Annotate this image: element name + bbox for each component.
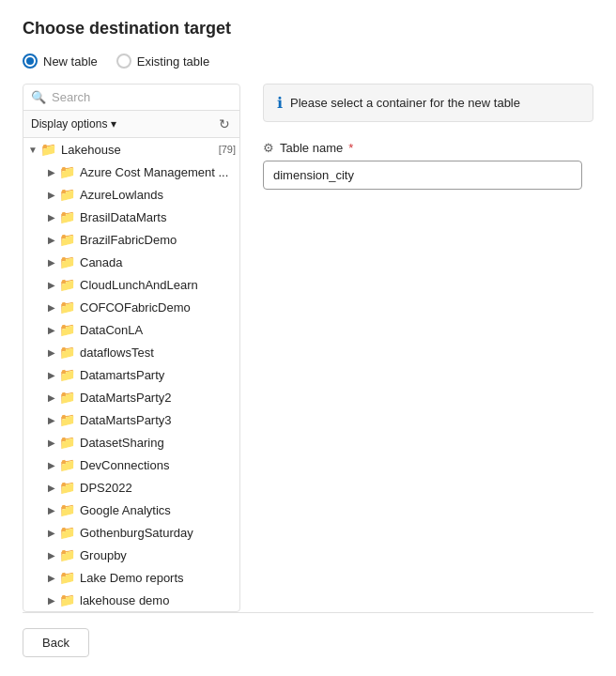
search-box: 🔍: [23, 84, 239, 111]
folder-icon: 📁: [59, 277, 75, 292]
tree-item[interactable]: ▶ 📁 lakehouse demo: [38, 589, 239, 611]
existing-table-radio-label[interactable]: Existing table: [116, 54, 209, 69]
chevron-right-icon: ▶: [46, 437, 57, 448]
chevron-right-icon: ▶: [46, 189, 57, 200]
tree-item[interactable]: ▶ 📁 DataConLA: [38, 318, 239, 341]
tree-item[interactable]: ▶ 📁 CloudLunchAndLearn: [38, 273, 239, 296]
tree-item-label: AzureLowlands: [80, 188, 236, 202]
new-table-radio[interactable]: [23, 54, 38, 69]
chevron-right-icon: ▶: [46, 211, 57, 223]
chevron-right-icon: ▶: [46, 459, 57, 470]
display-options-button[interactable]: Display options ▾: [31, 117, 116, 131]
tree-item-label: Groupby: [80, 548, 236, 562]
folder-icon: 📁: [59, 525, 75, 540]
tree-item[interactable]: ▶ 📁 DPS2022: [38, 476, 239, 499]
tree-item[interactable]: ▶ 📁 DevConnections: [38, 453, 239, 476]
table-name-input[interactable]: [263, 161, 582, 190]
tree-children: ▶ 📁 Azure Cost Management ... ▶ 📁 AzureL…: [23, 161, 239, 611]
chevron-right-icon: ▶: [46, 572, 57, 583]
tree-root-badge: [79]: [219, 144, 236, 155]
existing-table-label: Existing table: [137, 54, 209, 69]
tree-item-label: BrazilFabricDemo: [80, 233, 236, 247]
tree-item-label: DPS2022: [80, 481, 236, 495]
tree-item[interactable]: ▶ 📁 Canada: [38, 251, 239, 273]
chevron-right-icon: ▶: [46, 346, 57, 358]
chevron-right-icon: ▶: [46, 482, 57, 493]
tree-item-label: GothenburgSaturday: [80, 526, 236, 540]
tree-item-label: DataMartsParty2: [80, 391, 236, 405]
tree-item[interactable]: ▶ 📁 DatamartsParty: [38, 363, 239, 386]
folder-icon: 📁: [59, 412, 75, 427]
tree-root-item[interactable]: ▼ 📁 Lakehouse [79]: [23, 138, 239, 161]
existing-table-radio[interactable]: [116, 54, 131, 69]
table-name-label-row: ⚙ Table name *: [263, 141, 593, 155]
tree-item[interactable]: ▶ 📁 AzureLowlands: [38, 183, 239, 206]
chevron-right-icon: ▶: [46, 301, 57, 313]
chevron-right-icon: ▶: [46, 324, 57, 335]
chevron-right-icon: ▶: [46, 256, 57, 268]
tree-item[interactable]: ▶ 📁 dataflowsTest: [38, 341, 239, 363]
new-table-radio-label[interactable]: New table: [23, 54, 98, 69]
tree-item-label: Azure Cost Management ...: [80, 165, 236, 179]
tree-item[interactable]: ▶ 📁 Lake Demo reports: [38, 566, 239, 589]
tree-item[interactable]: ▶ 📁 DataMartsParty3: [38, 408, 239, 431]
folder-icon: 📁: [59, 390, 75, 405]
tree-item[interactable]: ▶ 📁 BrazilFabricDemo: [38, 228, 239, 251]
folder-icon: 📁: [59, 345, 75, 360]
main-content: 🔍 Display options ▾ ↻ ▼ 📁 Lakehouse [79]: [23, 84, 593, 612]
search-icon: 🔍: [31, 90, 46, 104]
new-table-label: New table: [43, 54, 98, 69]
tree-container[interactable]: ▼ 📁 Lakehouse [79] ▶ 📁 Azure Cost Manage…: [23, 138, 239, 611]
tree-item-label: CloudLunchAndLearn: [80, 278, 236, 292]
tree-item-label: DataMartsParty3: [80, 413, 236, 427]
folder-icon: 📁: [59, 209, 75, 224]
tree-item[interactable]: ▶ 📁 Azure Cost Management ...: [38, 161, 239, 183]
tree-item-label: DevConnections: [80, 458, 236, 472]
chevron-down-icon: ▾: [111, 117, 116, 131]
table-name-label: Table name: [280, 141, 343, 155]
tree-item[interactable]: ▶ 📁 Groupby: [38, 544, 239, 566]
folder-icon: 📁: [59, 187, 75, 202]
tree-item-label: Lake Demo reports: [80, 571, 236, 585]
required-indicator: *: [348, 141, 353, 155]
dialog-title: Choose destination target: [23, 19, 593, 38]
folder-icon: 📁: [59, 480, 75, 495]
chevron-right-icon: ▶: [46, 369, 57, 380]
tree-item-label: COFCOFabricDemo: [80, 300, 236, 315]
right-panel: ℹ Please select a container for the new …: [240, 84, 593, 612]
folder-icon: 📁: [59, 254, 75, 269]
folder-icon: 📁: [40, 142, 56, 157]
tree-item-label: BrasilDataMarts: [80, 210, 236, 224]
left-panel: 🔍 Display options ▾ ↻ ▼ 📁 Lakehouse [79]: [23, 84, 240, 612]
chevron-right-icon: ▶: [46, 504, 57, 515]
info-banner: ℹ Please select a container for the new …: [263, 84, 593, 122]
tree-item-label: Google Analytics: [80, 503, 236, 517]
folder-icon: 📁: [59, 232, 75, 247]
folder-icon: 📁: [59, 457, 75, 472]
radio-group: New table Existing table: [23, 54, 593, 69]
back-label: Back: [42, 636, 69, 650]
display-options-bar: Display options ▾ ↻: [23, 111, 239, 138]
refresh-button[interactable]: ↻: [217, 115, 232, 133]
tree-item[interactable]: ▶ 📁 COFCOFabricDemo: [38, 296, 239, 318]
chevron-right-icon: ▶: [46, 549, 57, 561]
tree-item-label: DatasetSharing: [80, 436, 236, 450]
chevron-right-icon: ▶: [46, 166, 57, 177]
tree-item[interactable]: ▶ 📁 Google Analytics: [38, 499, 239, 521]
back-button[interactable]: Back: [23, 628, 89, 657]
folder-icon: 📁: [59, 367, 75, 382]
chevron-right-icon: ▶: [46, 414, 57, 425]
display-options-label: Display options: [31, 117, 107, 131]
tree-item[interactable]: ▶ 📁 GothenburgSaturday: [38, 521, 239, 544]
tree-item-label: lakehouse demo: [80, 593, 236, 607]
info-message: Please select a container for the new ta…: [290, 96, 520, 110]
tree-item[interactable]: ▶ 📁 DataMartsParty2: [38, 386, 239, 408]
folder-icon: 📁: [59, 322, 75, 337]
folder-icon: 📁: [59, 570, 75, 585]
tree-item[interactable]: ▶ 📁 BrasilDataMarts: [38, 206, 239, 228]
tree-item-label: DatamartsParty: [80, 368, 236, 382]
tree-item[interactable]: ▶ 📁 DatasetSharing: [38, 431, 239, 453]
folder-icon: 📁: [59, 435, 75, 450]
search-input[interactable]: [52, 90, 232, 104]
chevron-right-icon: ▶: [46, 594, 57, 606]
